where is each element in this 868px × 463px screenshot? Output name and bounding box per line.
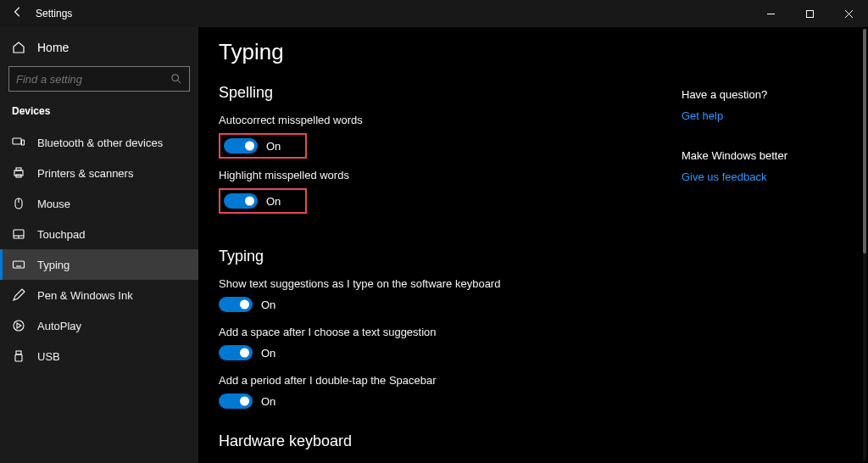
section-hardware-heading: Hardware keyboard [219, 432, 682, 450]
nav-label: Pen & Windows Ink [37, 289, 133, 302]
nav-label: Printers & scanners [37, 167, 133, 180]
scrollbar-thumb[interactable] [863, 29, 866, 254]
category-label: Devices [0, 102, 198, 127]
get-help-link[interactable]: Get help [682, 109, 851, 122]
maximize-button[interactable] [790, 0, 829, 27]
sidebar: Home Devices Bluetooth & other devices P… [0, 27, 198, 463]
scrollbar[interactable] [863, 29, 866, 461]
nav-item-autoplay[interactable]: AutoPlay [0, 310, 198, 341]
feedback-heading: Make Windows better [682, 149, 851, 162]
close-button[interactable] [829, 0, 868, 27]
bluetooth-icon [12, 136, 25, 149]
titlebar: Settings [0, 0, 868, 27]
printer-icon [12, 166, 25, 180]
svg-point-1 [172, 75, 179, 81]
nav-label: USB [37, 350, 60, 363]
nav-label: AutoPlay [37, 320, 81, 332]
usb-icon [12, 349, 25, 363]
search-input[interactable] [16, 73, 170, 86]
suggestions-toggle[interactable] [219, 297, 253, 312]
svg-rect-19 [15, 354, 22, 361]
addperiod-state: On [261, 395, 275, 408]
svg-point-17 [14, 321, 24, 331]
svg-rect-2 [13, 138, 21, 144]
nav-item-bluetooth[interactable]: Bluetooth & other devices [0, 127, 198, 158]
highlight-words-label: Highlight misspelled words [219, 169, 682, 181]
nav-label: Bluetooth & other devices [37, 137, 163, 149]
addspace-toggle[interactable] [219, 345, 253, 360]
svg-rect-18 [16, 351, 21, 354]
highlight-highlightwords: On [219, 188, 307, 214]
addspace-label: Add a space after I choose a text sugges… [219, 326, 682, 338]
highlight-words-toggle[interactable] [224, 193, 258, 209]
addspace-state: On [261, 347, 275, 360]
suggestions-label: Show text suggestions as I type on the s… [219, 277, 682, 290]
feedback-link[interactable]: Give us feedback [682, 170, 851, 183]
touchpad-icon [12, 227, 25, 241]
highlight-autocorrect: On [219, 133, 307, 159]
search-icon [170, 73, 182, 85]
search-box[interactable] [8, 66, 190, 92]
svg-rect-12 [14, 261, 25, 268]
autocorrect-label: Autocorrect misspelled words [219, 114, 682, 126]
window-title: Settings [36, 8, 72, 20]
addperiod-label: Add a period after I double-tap the Spac… [219, 374, 682, 387]
keyboard-icon [12, 258, 25, 271]
nav-item-typing[interactable]: Typing [0, 249, 198, 280]
nav-item-pen[interactable]: Pen & Windows Ink [0, 280, 198, 310]
addperiod-toggle[interactable] [219, 393, 253, 409]
nav-item-touchpad[interactable]: Touchpad [0, 219, 198, 249]
nav-label: Mouse [37, 198, 70, 210]
content-area: Typing Spelling Autocorrect misspelled w… [198, 27, 868, 463]
nav-item-usb[interactable]: USB [0, 341, 198, 371]
svg-rect-3 [22, 140, 25, 145]
nav-item-printers[interactable]: Printers & scanners [0, 158, 198, 188]
highlight-words-state: On [266, 195, 281, 208]
question-heading: Have a question? [682, 88, 851, 101]
section-spelling-heading: Spelling [219, 84, 682, 102]
pen-icon [12, 288, 25, 302]
page-title: Typing [219, 39, 682, 65]
nav-label: Touchpad [37, 228, 85, 241]
autocorrect-toggle[interactable] [224, 138, 258, 153]
mouse-icon [12, 197, 25, 210]
home-label: Home [37, 41, 69, 54]
back-button[interactable] [12, 6, 24, 21]
svg-rect-0 [806, 10, 813, 17]
suggestions-state: On [261, 298, 275, 311]
nav-label: Typing [37, 259, 70, 271]
section-typing-heading: Typing [219, 248, 682, 265]
home-button[interactable]: Home [0, 36, 198, 66]
autocorrect-state: On [266, 140, 281, 153]
minimize-button[interactable] [751, 0, 790, 27]
right-column: Have a question? Get help Make Windows b… [682, 39, 851, 463]
autoplay-icon [12, 319, 25, 332]
svg-rect-5 [16, 168, 21, 170]
nav-item-mouse[interactable]: Mouse [0, 188, 198, 219]
